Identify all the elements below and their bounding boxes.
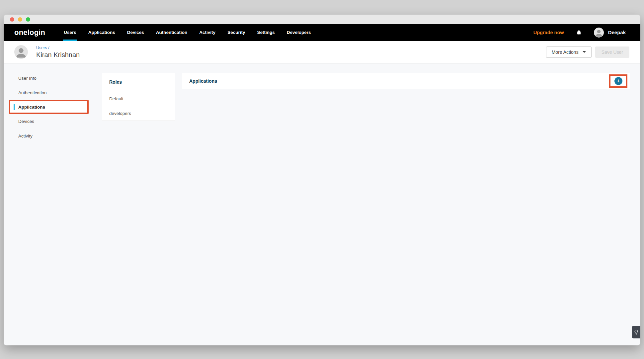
lightbulb-icon — [634, 329, 638, 335]
plus-icon: + — [617, 78, 620, 84]
user-sidebar: User Info Authentication Applications De… — [4, 63, 91, 345]
more-actions-button[interactable]: More Actions — [546, 46, 592, 58]
app-window: onelogin Users Applications Devices Auth… — [4, 15, 640, 345]
sidebar-item-devices[interactable]: Devices — [4, 114, 91, 129]
nav-tab-developers[interactable]: Developers — [281, 24, 317, 41]
more-actions-label: More Actions — [552, 49, 579, 55]
upgrade-now-link[interactable]: Upgrade now — [533, 30, 564, 35]
sidebar-item-activity[interactable]: Activity — [4, 129, 91, 143]
annotation-highlight-box: + — [609, 74, 627, 88]
header-actions: More Actions Save User — [546, 46, 629, 58]
sidebar-item-user-info[interactable]: User Info — [4, 71, 91, 85]
window-titlebar — [4, 15, 640, 24]
page-title: Kiran Krishnan — [36, 51, 80, 59]
role-row-developers[interactable]: developers — [102, 106, 175, 121]
nav-tab-security[interactable]: Security — [221, 24, 251, 41]
nav-tab-applications[interactable]: Applications — [82, 24, 121, 41]
nav-tab-activity[interactable]: Activity — [193, 24, 221, 41]
add-application-button[interactable]: + — [614, 77, 622, 85]
applications-panel-title: Applications — [189, 78, 217, 84]
close-window-button[interactable] — [10, 17, 14, 22]
top-navbar: onelogin Users Applications Devices Auth… — [4, 24, 640, 41]
profile-avatar — [14, 45, 28, 59]
main-panel: Roles Default developers Applications + — [91, 63, 640, 345]
nav-tab-devices[interactable]: Devices — [121, 24, 150, 41]
notifications-bell-icon[interactable] — [576, 29, 582, 36]
nav-tab-authentication[interactable]: Authentication — [150, 24, 194, 41]
nav-tab-users[interactable]: Users — [58, 24, 82, 41]
content-area: User Info Authentication Applications De… — [4, 63, 640, 345]
sidebar-item-applications[interactable]: Applications — [10, 101, 87, 113]
role-row-default[interactable]: Default — [102, 91, 175, 106]
navbar-right: Upgrade now Deepak — [533, 24, 640, 41]
roles-panel-title: Roles — [102, 73, 175, 91]
breadcrumb[interactable]: Users / — [36, 45, 80, 50]
header-text-block: Users / Kiran Krishnan — [36, 45, 80, 59]
nav-tab-settings[interactable]: Settings — [251, 24, 281, 41]
annotation-highlight-box: Applications — [9, 100, 89, 114]
save-user-button[interactable]: Save User — [595, 46, 629, 58]
page-header: Users / Kiran Krishnan More Actions Save… — [4, 41, 640, 63]
primary-nav: Users Applications Devices Authenticatio… — [58, 24, 317, 41]
applications-panel: Applications + — [182, 73, 630, 89]
sidebar-item-authentication[interactable]: Authentication — [4, 85, 91, 100]
chevron-down-icon — [583, 51, 586, 53]
zoom-window-button[interactable] — [26, 17, 30, 22]
user-avatar[interactable] — [594, 28, 604, 38]
logged-in-user-name[interactable]: Deepak — [608, 30, 626, 35]
minimize-window-button[interactable] — [18, 17, 22, 22]
onelogin-logo[interactable]: onelogin — [14, 24, 45, 41]
help-hints-toggle[interactable] — [632, 326, 640, 338]
roles-panel: Roles Default developers — [102, 73, 175, 121]
